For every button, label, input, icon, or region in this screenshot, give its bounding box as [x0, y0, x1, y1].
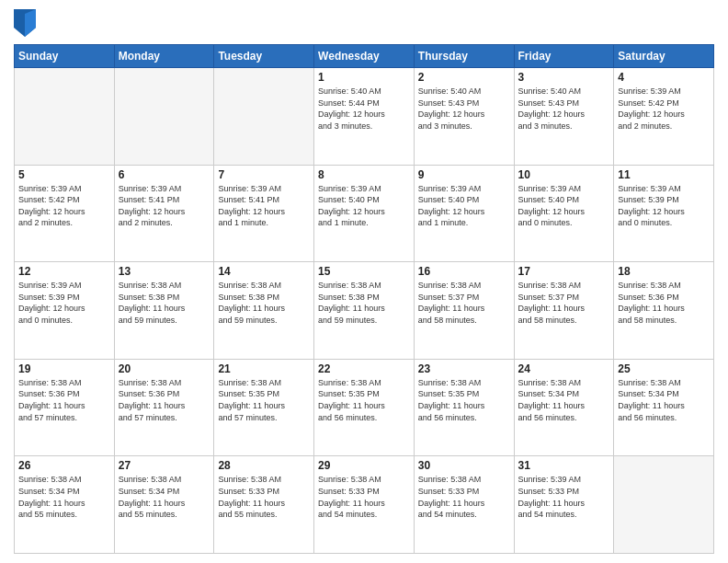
svg-marker-1 [25, 9, 36, 37]
cell-info: Sunrise: 5:38 AM Sunset: 5:37 PM Dayligh… [518, 280, 610, 326]
calendar-cell: 26Sunrise: 5:38 AM Sunset: 5:34 PM Dayli… [15, 456, 115, 554]
cell-info: Sunrise: 5:38 AM Sunset: 5:38 PM Dayligh… [119, 280, 210, 326]
day-number: 21 [218, 362, 310, 375]
day-number: 18 [618, 265, 710, 278]
day-number: 15 [318, 265, 410, 278]
day-number: 31 [518, 459, 610, 472]
day-number: 23 [418, 362, 510, 375]
day-number: 28 [218, 459, 310, 472]
week-row-2: 5Sunrise: 5:39 AM Sunset: 5:42 PM Daylig… [15, 165, 714, 262]
day-number: 6 [119, 168, 210, 181]
day-number: 16 [418, 265, 510, 278]
calendar-cell: 15Sunrise: 5:38 AM Sunset: 5:38 PM Dayli… [314, 262, 415, 360]
cell-info: Sunrise: 5:39 AM Sunset: 5:42 PM Dayligh… [618, 86, 710, 132]
calendar-cell [214, 68, 314, 166]
calendar-cell: 4Sunrise: 5:39 AM Sunset: 5:42 PM Daylig… [614, 68, 714, 166]
cell-info: Sunrise: 5:38 AM Sunset: 5:36 PM Dayligh… [618, 280, 710, 326]
calendar-cell: 22Sunrise: 5:38 AM Sunset: 5:35 PM Dayli… [314, 359, 415, 456]
cell-info: Sunrise: 5:38 AM Sunset: 5:33 PM Dayligh… [318, 474, 410, 520]
day-number: 14 [218, 265, 310, 278]
weekday-header-monday: Monday [114, 45, 214, 68]
day-number: 2 [418, 71, 510, 84]
cell-info: Sunrise: 5:38 AM Sunset: 5:38 PM Dayligh… [218, 280, 310, 326]
day-number: 22 [318, 362, 410, 375]
calendar-cell: 29Sunrise: 5:38 AM Sunset: 5:33 PM Dayli… [314, 456, 415, 554]
calendar-cell: 7Sunrise: 5:39 AM Sunset: 5:41 PM Daylig… [214, 165, 314, 262]
day-number: 3 [518, 71, 610, 84]
calendar-cell: 10Sunrise: 5:39 AM Sunset: 5:40 PM Dayli… [514, 165, 614, 262]
cell-info: Sunrise: 5:39 AM Sunset: 5:33 PM Dayligh… [518, 474, 610, 520]
cell-info: Sunrise: 5:38 AM Sunset: 5:33 PM Dayligh… [418, 474, 510, 520]
cell-info: Sunrise: 5:38 AM Sunset: 5:35 PM Dayligh… [318, 377, 410, 423]
calendar-cell: 6Sunrise: 5:39 AM Sunset: 5:41 PM Daylig… [114, 165, 214, 262]
calendar-cell [114, 68, 214, 166]
weekday-header-sunday: Sunday [15, 45, 115, 68]
cell-info: Sunrise: 5:38 AM Sunset: 5:35 PM Dayligh… [418, 377, 510, 423]
cell-info: Sunrise: 5:40 AM Sunset: 5:43 PM Dayligh… [418, 86, 510, 132]
cell-info: Sunrise: 5:39 AM Sunset: 5:40 PM Dayligh… [318, 183, 410, 229]
cell-info: Sunrise: 5:38 AM Sunset: 5:36 PM Dayligh… [119, 377, 210, 423]
week-row-1: 1Sunrise: 5:40 AM Sunset: 5:44 PM Daylig… [15, 68, 714, 166]
cell-info: Sunrise: 5:38 AM Sunset: 5:36 PM Dayligh… [18, 377, 110, 423]
day-number: 26 [18, 459, 110, 472]
cell-info: Sunrise: 5:38 AM Sunset: 5:34 PM Dayligh… [518, 377, 610, 423]
cell-info: Sunrise: 5:39 AM Sunset: 5:40 PM Dayligh… [418, 183, 510, 229]
day-number: 20 [119, 362, 210, 375]
calendar-cell: 3Sunrise: 5:40 AM Sunset: 5:43 PM Daylig… [514, 68, 614, 166]
weekday-header-thursday: Thursday [414, 45, 514, 68]
calendar-cell: 2Sunrise: 5:40 AM Sunset: 5:43 PM Daylig… [414, 68, 514, 166]
weekday-header-saturday: Saturday [614, 45, 714, 68]
calendar-cell: 5Sunrise: 5:39 AM Sunset: 5:42 PM Daylig… [15, 165, 115, 262]
page: SundayMondayTuesdayWednesdayThursdayFrid… [0, 0, 728, 563]
day-number: 24 [518, 362, 610, 375]
cell-info: Sunrise: 5:38 AM Sunset: 5:37 PM Dayligh… [418, 280, 510, 326]
calendar-cell: 18Sunrise: 5:38 AM Sunset: 5:36 PM Dayli… [614, 262, 714, 360]
day-number: 17 [518, 265, 610, 278]
calendar-cell: 11Sunrise: 5:39 AM Sunset: 5:39 PM Dayli… [614, 165, 714, 262]
day-number: 4 [618, 71, 710, 84]
calendar-cell: 17Sunrise: 5:38 AM Sunset: 5:37 PM Dayli… [514, 262, 614, 360]
cell-info: Sunrise: 5:40 AM Sunset: 5:44 PM Dayligh… [318, 86, 410, 132]
calendar-cell: 13Sunrise: 5:38 AM Sunset: 5:38 PM Dayli… [114, 262, 214, 360]
calendar-cell: 27Sunrise: 5:38 AM Sunset: 5:34 PM Dayli… [114, 456, 214, 554]
cell-info: Sunrise: 5:38 AM Sunset: 5:35 PM Dayligh… [218, 377, 310, 423]
weekday-header-tuesday: Tuesday [214, 45, 314, 68]
day-number: 1 [318, 71, 410, 84]
calendar-cell: 24Sunrise: 5:38 AM Sunset: 5:34 PM Dayli… [514, 359, 614, 456]
calendar-cell: 25Sunrise: 5:38 AM Sunset: 5:34 PM Dayli… [614, 359, 714, 456]
cell-info: Sunrise: 5:38 AM Sunset: 5:38 PM Dayligh… [318, 280, 410, 326]
cell-info: Sunrise: 5:39 AM Sunset: 5:41 PM Dayligh… [119, 183, 210, 229]
logo [14, 9, 40, 37]
week-row-4: 19Sunrise: 5:38 AM Sunset: 5:36 PM Dayli… [15, 359, 714, 456]
calendar-cell: 21Sunrise: 5:38 AM Sunset: 5:35 PM Dayli… [214, 359, 314, 456]
calendar-cell: 19Sunrise: 5:38 AM Sunset: 5:36 PM Dayli… [15, 359, 115, 456]
day-number: 5 [18, 168, 110, 181]
week-row-5: 26Sunrise: 5:38 AM Sunset: 5:34 PM Dayli… [15, 456, 714, 554]
day-number: 25 [618, 362, 710, 375]
day-number: 30 [418, 459, 510, 472]
cell-info: Sunrise: 5:38 AM Sunset: 5:34 PM Dayligh… [119, 474, 210, 520]
calendar-body: 1Sunrise: 5:40 AM Sunset: 5:44 PM Daylig… [15, 68, 714, 554]
week-row-3: 12Sunrise: 5:39 AM Sunset: 5:39 PM Dayli… [15, 262, 714, 360]
cell-info: Sunrise: 5:39 AM Sunset: 5:42 PM Dayligh… [18, 183, 110, 229]
calendar-cell: 1Sunrise: 5:40 AM Sunset: 5:44 PM Daylig… [314, 68, 415, 166]
calendar-cell: 20Sunrise: 5:38 AM Sunset: 5:36 PM Dayli… [114, 359, 214, 456]
day-number: 29 [318, 459, 410, 472]
calendar-cell [614, 456, 714, 554]
cell-info: Sunrise: 5:40 AM Sunset: 5:43 PM Dayligh… [518, 86, 610, 132]
calendar-table: SundayMondayTuesdayWednesdayThursdayFrid… [14, 44, 714, 554]
cell-info: Sunrise: 5:39 AM Sunset: 5:39 PM Dayligh… [18, 280, 110, 326]
weekday-header-wednesday: Wednesday [314, 45, 415, 68]
calendar-cell [15, 68, 115, 166]
day-number: 19 [18, 362, 110, 375]
calendar-cell: 16Sunrise: 5:38 AM Sunset: 5:37 PM Dayli… [414, 262, 514, 360]
calendar-cell: 23Sunrise: 5:38 AM Sunset: 5:35 PM Dayli… [414, 359, 514, 456]
weekday-header-friday: Friday [514, 45, 614, 68]
day-number: 13 [119, 265, 210, 278]
calendar-header: SundayMondayTuesdayWednesdayThursdayFrid… [15, 45, 714, 68]
calendar-cell: 31Sunrise: 5:39 AM Sunset: 5:33 PM Dayli… [514, 456, 614, 554]
day-number: 11 [618, 168, 710, 181]
cell-info: Sunrise: 5:39 AM Sunset: 5:39 PM Dayligh… [618, 183, 710, 229]
cell-info: Sunrise: 5:38 AM Sunset: 5:34 PM Dayligh… [18, 474, 110, 520]
day-number: 27 [119, 459, 210, 472]
